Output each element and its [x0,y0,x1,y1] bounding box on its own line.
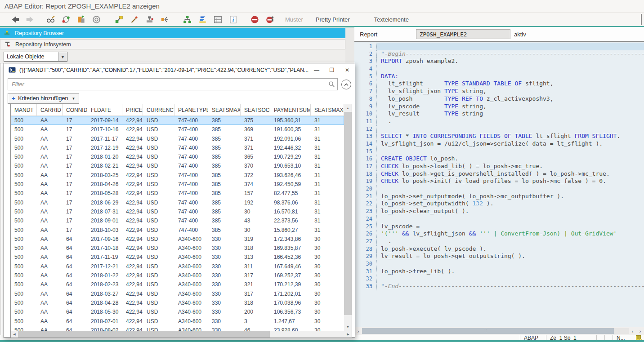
breakpoint-icon[interactable] [249,14,260,25]
table-cell: 500 [11,262,37,271]
column-header-paymentsum[interactable]: PAYMENTSUM [270,104,311,115]
table-cell: AA [37,271,63,280]
table-row[interactable]: 500AA642017-10-18422,94USDA340-600330318… [11,244,344,253]
table-row[interactable]: 500AA172018-07-31422,94USD747-4003853016… [11,207,344,216]
table-cell: 17 [63,216,87,225]
gridview-titlebar[interactable]: ('[{"MANDT":"500","CARRID":"AA","CONNID"… [4,63,355,77]
where-used-icon[interactable] [159,14,170,25]
table-row[interactable]: 500AA642018-03-27422,94USDA340-600330317… [11,289,344,298]
grid-hscrollbar[interactable]: ◀ ▶ [11,331,352,338]
table-cell: AA [37,307,63,316]
scroll-right-icon[interactable]: ▶ [344,331,352,338]
table-cell: 747-400 [174,134,208,143]
column-header-carrid[interactable]: CARRID [37,104,63,115]
column-header-currency[interactable]: CURRENCY [143,104,174,115]
add-criteria-button[interactable]: + Kriterien hinzufügen ▼ [8,93,79,104]
table-row[interactable]: 500AA172018-03-25422,94USD747-4003853721… [11,171,344,180]
column-header-seatsmaxb[interactable]: SEATSMAXB [311,104,344,115]
table-cell: 330 [208,289,241,298]
table-row[interactable]: 500AA642017-09-16422,94USDA340-600330319… [11,235,344,244]
info-icon[interactable]: i [228,14,238,25]
table-row[interactable]: 500AA172018-02-21422,94USD747-4003853701… [11,161,344,170]
table-cell: 2018-07-31 [87,207,122,216]
copy-icon[interactable] [76,14,86,25]
report-name-field[interactable]: ZPOSH_EXAMPLE2 [416,29,510,39]
check-icon[interactable] [113,14,124,25]
replace-icon[interactable] [144,14,155,25]
table-cell: 30 [241,207,270,216]
chevron-down-icon[interactable]: ▼ [58,52,67,61]
editor-hscroll-thumb[interactable]: ⁞⁞ [362,328,614,334]
textelemente-button[interactable]: Textelemente [374,16,409,23]
column-header-mandt[interactable]: MANDT [11,104,37,115]
table-row[interactable]: 500AA172018-01-20422,94USD747-4003853651… [11,152,344,161]
table-cell: AA [37,116,63,125]
table-cell: 17 [63,143,87,152]
display-object-icon[interactable] [45,14,56,25]
filter-input[interactable] [8,78,338,90]
table-cell: 30 [311,317,344,326]
grid-hscroll-track[interactable] [18,331,344,338]
column-header-price[interactable]: PRICE [122,104,143,115]
watchpoint-icon[interactable] [264,14,275,25]
table-row[interactable]: 500AA172017-11-17422,94USD747-4003853711… [11,134,344,143]
table-row[interactable]: 500AA642018-07-01422,94USDA340-60033031.… [11,317,344,326]
editor-hscrollbar[interactable]: › ⁞⁞ ‹ › [354,327,644,335]
object-scope-select[interactable]: Lokale Objekte ▼ [4,52,67,62]
table-row[interactable]: 500AA642018-01-22422,94USDA340-600330317… [11,271,344,280]
table-row[interactable]: 500AA172017-10-16422,94USD747-4003853691… [11,125,344,134]
column-header-seatsmax[interactable]: SEATSMAX [208,104,241,115]
abap-code-editor[interactable]: 1234567891011121314151617181920212223242… [354,42,644,327]
line-number: 8 [354,95,377,103]
editor-hscroll-track[interactable]: ⁞⁞ [362,328,629,334]
table-row[interactable]: 500AA642018-02-23422,94USDA340-600330321… [11,280,344,289]
table-row[interactable]: 500AA642017-11-19422,94USDA340-600330313… [11,253,344,262]
table-row[interactable]: 500AA172018-05-28422,94USD747-4003851578… [11,189,344,198]
forward-icon[interactable] [24,14,35,25]
table-cell: 30 [311,271,344,280]
scroll-left-icon[interactable]: ◀ [11,331,18,338]
scroll-up-icon[interactable]: ▲ [344,104,352,112]
table-cell: 169.252,37 [270,271,311,280]
object-list-icon[interactable] [182,14,192,25]
table-row[interactable]: 500AA172017-09-14422,94USD747-4003853751… [11,116,344,125]
table-row[interactable]: 500AA172018-06-29422,94USD747-4003851929… [11,198,344,207]
grid-hscroll-thumb[interactable] [18,331,270,338]
table-row[interactable]: 500AA172017-12-19422,94USD747-4003853711… [11,143,344,152]
column-header-fldate[interactable]: FLDATE [87,104,122,115]
scroll-down-icon[interactable]: ▼ [344,323,352,331]
table-row[interactable]: 500AA642018-04-28422,94USDA340-600330318… [11,298,344,307]
back-icon[interactable] [10,14,21,25]
table-row[interactable]: 500AA642018-05-30422,94USDA340-600330200… [11,307,344,316]
minimize-button[interactable]: — [309,63,324,77]
trace-icon[interactable] [91,14,102,25]
table-row[interactable]: 500AA172018-09-01422,94USD747-4003854322… [11,216,344,225]
pretty-printer-button[interactable]: Pretty Printer [316,16,350,23]
grid-vscrollbar[interactable]: ▲ ▼ [344,104,352,331]
collapse-filter-button[interactable] [341,80,351,89]
table-cell: 500 [11,125,37,134]
grid-vscroll-thumb[interactable] [344,112,352,315]
sidebar-item-repository-browser[interactable]: Repository Browser [0,28,345,38]
maximize-button[interactable]: ❐ [324,63,340,77]
scroll-left2-icon[interactable]: ‹ [629,327,636,335]
table-row[interactable]: 500AA642017-12-21422,94USDA340-600330311… [11,262,344,271]
table-display-icon[interactable] [212,14,223,25]
refresh-icon[interactable] [60,14,71,25]
code-token: string [458,110,483,117]
table-cell: AA [37,189,63,198]
table-cell: 500 [11,180,37,189]
close-button[interactable]: ✕ [340,63,355,77]
table-row[interactable]: 500AA172018-10-03422,94USD747-4003853015… [11,226,344,235]
scroll-right-icon[interactable]: › [636,327,644,335]
sidebar-item-repository-infosystem[interactable]: Repository Infosystem [0,39,345,49]
line-number: 29 [354,253,377,260]
navigation-icon[interactable] [197,14,208,25]
scroll-left-icon[interactable]: › [354,327,362,335]
code-token: && [469,230,476,237]
column-header-connid[interactable]: CONNID [63,104,87,115]
column-header-seatsocc[interactable]: SEATSOCC [241,104,270,115]
column-header-planetype[interactable]: PLANETYPE [174,104,208,115]
table-row[interactable]: 500AA172018-04-26422,94USD747-4003853741… [11,180,344,189]
pattern-wizard-icon[interactable] [129,14,139,25]
